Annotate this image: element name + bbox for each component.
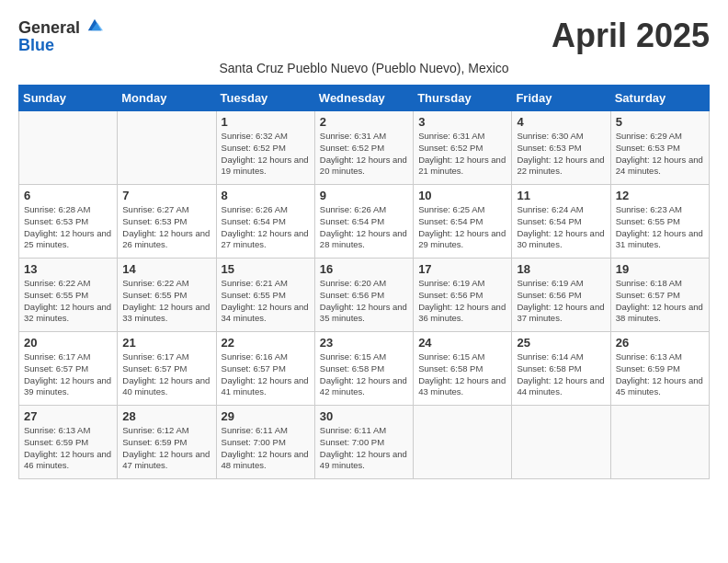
day-info: Sunrise: 6:19 AMSunset: 6:56 PMDaylight:… — [418, 278, 506, 325]
day-number: 17 — [418, 262, 506, 276]
header-wednesday: Wednesday — [314, 86, 413, 111]
day-number: 23 — [320, 336, 408, 350]
calendar-cell: 17Sunrise: 6:19 AMSunset: 6:56 PMDayligh… — [414, 259, 512, 332]
day-info: Sunrise: 6:17 AMSunset: 6:57 PMDaylight:… — [24, 351, 112, 398]
day-number: 13 — [24, 262, 112, 276]
calendar-cell: 16Sunrise: 6:20 AMSunset: 6:56 PMDayligh… — [314, 259, 413, 332]
day-number: 15 — [222, 262, 310, 276]
calendar-cell: 23Sunrise: 6:15 AMSunset: 6:58 PMDayligh… — [314, 332, 413, 406]
day-info: Sunrise: 6:29 AMSunset: 6:53 PMDaylight:… — [616, 131, 704, 178]
calendar-cell: 7Sunrise: 6:27 AMSunset: 6:53 PMDaylight… — [118, 185, 216, 259]
day-number: 4 — [517, 115, 605, 129]
day-number: 12 — [616, 189, 704, 202]
calendar-cell: 27Sunrise: 6:13 AMSunset: 6:59 PMDayligh… — [19, 406, 118, 479]
calendar-cell: 30Sunrise: 6:11 AMSunset: 7:00 PMDayligh… — [314, 406, 413, 479]
calendar-cell: 15Sunrise: 6:21 AMSunset: 6:55 PMDayligh… — [216, 259, 314, 332]
day-info: Sunrise: 6:11 AMSunset: 7:00 PMDaylight:… — [222, 425, 310, 472]
day-number: 9 — [320, 189, 408, 202]
calendar-cell: 26Sunrise: 6:13 AMSunset: 6:59 PMDayligh… — [610, 332, 709, 406]
day-info: Sunrise: 6:27 AMSunset: 6:53 PMDaylight:… — [122, 204, 210, 251]
day-number: 5 — [616, 115, 704, 129]
day-number: 30 — [320, 409, 408, 423]
day-info: Sunrise: 6:19 AMSunset: 6:56 PMDaylight:… — [517, 278, 605, 325]
day-info: Sunrise: 6:32 AMSunset: 6:52 PMDaylight:… — [222, 131, 310, 178]
logo-icon — [86, 17, 103, 33]
day-number: 24 — [418, 336, 506, 350]
calendar-cell: 13Sunrise: 6:22 AMSunset: 6:55 PMDayligh… — [19, 259, 118, 332]
day-info: Sunrise: 6:18 AMSunset: 6:57 PMDaylight:… — [616, 278, 704, 325]
day-info: Sunrise: 6:15 AMSunset: 6:58 PMDaylight:… — [418, 351, 506, 398]
day-info: Sunrise: 6:30 AMSunset: 6:53 PMDaylight:… — [517, 131, 605, 178]
day-info: Sunrise: 6:22 AMSunset: 6:55 PMDaylight:… — [122, 278, 210, 325]
month-title: April 2025 — [552, 17, 710, 55]
calendar-cell: 5Sunrise: 6:29 AMSunset: 6:53 PMDaylight… — [610, 111, 709, 185]
calendar-subtitle: Santa Cruz Pueblo Nuevo (Pueblo Nuevo), … — [18, 61, 710, 75]
day-info: Sunrise: 6:26 AMSunset: 6:54 PMDaylight:… — [320, 204, 408, 251]
day-info: Sunrise: 6:12 AMSunset: 6:59 PMDaylight:… — [122, 425, 210, 472]
day-info: Sunrise: 6:15 AMSunset: 6:58 PMDaylight:… — [320, 351, 408, 398]
day-info: Sunrise: 6:11 AMSunset: 7:00 PMDaylight:… — [320, 425, 408, 472]
calendar-cell — [414, 406, 512, 479]
calendar-cell: 28Sunrise: 6:12 AMSunset: 6:59 PMDayligh… — [118, 406, 216, 479]
day-number: 22 — [222, 336, 310, 350]
day-number: 14 — [122, 262, 210, 276]
header-sunday: Sunday — [19, 86, 118, 111]
day-number: 10 — [418, 189, 506, 202]
calendar-cell — [19, 111, 118, 185]
calendar-cell: 19Sunrise: 6:18 AMSunset: 6:57 PMDayligh… — [610, 259, 709, 332]
day-number: 7 — [122, 189, 210, 202]
header-monday: Monday — [118, 86, 216, 111]
day-number: 20 — [24, 336, 112, 350]
calendar-cell — [512, 406, 610, 479]
day-number: 11 — [517, 189, 605, 202]
day-info: Sunrise: 6:16 AMSunset: 6:57 PMDaylight:… — [222, 351, 310, 398]
calendar-cell: 21Sunrise: 6:17 AMSunset: 6:57 PMDayligh… — [118, 332, 216, 406]
day-info: Sunrise: 6:13 AMSunset: 6:59 PMDaylight:… — [24, 425, 112, 472]
day-info: Sunrise: 6:21 AMSunset: 6:55 PMDaylight:… — [222, 278, 310, 325]
day-number: 25 — [517, 336, 605, 350]
calendar-cell: 1Sunrise: 6:32 AMSunset: 6:52 PMDaylight… — [216, 111, 314, 185]
calendar-cell: 10Sunrise: 6:25 AMSunset: 6:54 PMDayligh… — [414, 185, 512, 259]
calendar-cell: 24Sunrise: 6:15 AMSunset: 6:58 PMDayligh… — [414, 332, 512, 406]
day-number: 29 — [222, 409, 310, 423]
logo-blue: Blue — [18, 36, 54, 54]
calendar-cell — [610, 406, 709, 479]
calendar-cell: 8Sunrise: 6:26 AMSunset: 6:54 PMDaylight… — [216, 185, 314, 259]
day-number: 19 — [616, 262, 704, 276]
day-info: Sunrise: 6:22 AMSunset: 6:55 PMDaylight:… — [24, 278, 112, 325]
day-info: Sunrise: 6:17 AMSunset: 6:57 PMDaylight:… — [122, 351, 210, 398]
day-info: Sunrise: 6:31 AMSunset: 6:52 PMDaylight:… — [418, 131, 506, 178]
day-number: 28 — [122, 409, 210, 423]
day-info: Sunrise: 6:14 AMSunset: 6:58 PMDaylight:… — [517, 351, 605, 398]
day-info: Sunrise: 6:24 AMSunset: 6:54 PMDaylight:… — [517, 204, 605, 251]
calendar-cell: 6Sunrise: 6:28 AMSunset: 6:53 PMDaylight… — [19, 185, 118, 259]
day-info: Sunrise: 6:26 AMSunset: 6:54 PMDaylight:… — [222, 204, 310, 251]
header-saturday: Saturday — [610, 86, 709, 111]
day-info: Sunrise: 6:31 AMSunset: 6:52 PMDaylight:… — [320, 131, 408, 178]
header-thursday: Thursday — [414, 86, 512, 111]
day-info: Sunrise: 6:28 AMSunset: 6:53 PMDaylight:… — [24, 204, 112, 251]
header-friday: Friday — [512, 86, 610, 111]
logo-general: General — [18, 18, 80, 37]
calendar-cell: 29Sunrise: 6:11 AMSunset: 7:00 PMDayligh… — [216, 406, 314, 479]
calendar-cell: 2Sunrise: 6:31 AMSunset: 6:52 PMDaylight… — [314, 111, 413, 185]
calendar-cell: 11Sunrise: 6:24 AMSunset: 6:54 PMDayligh… — [512, 185, 610, 259]
day-number: 1 — [222, 115, 310, 129]
calendar-cell: 25Sunrise: 6:14 AMSunset: 6:58 PMDayligh… — [512, 332, 610, 406]
header-tuesday: Tuesday — [216, 86, 314, 111]
logo: General Blue — [18, 17, 103, 54]
day-number: 21 — [122, 336, 210, 350]
calendar-cell: 9Sunrise: 6:26 AMSunset: 6:54 PMDaylight… — [314, 185, 413, 259]
calendar-cell: 20Sunrise: 6:17 AMSunset: 6:57 PMDayligh… — [19, 332, 118, 406]
day-number: 27 — [24, 409, 112, 423]
day-number: 8 — [222, 189, 310, 202]
calendar-cell — [118, 111, 216, 185]
calendar-cell: 14Sunrise: 6:22 AMSunset: 6:55 PMDayligh… — [118, 259, 216, 332]
calendar-table: SundayMondayTuesdayWednesdayThursdayFrid… — [18, 85, 710, 479]
calendar-cell: 3Sunrise: 6:31 AMSunset: 6:52 PMDaylight… — [414, 111, 512, 185]
day-number: 18 — [517, 262, 605, 276]
calendar-cell: 4Sunrise: 6:30 AMSunset: 6:53 PMDaylight… — [512, 111, 610, 185]
day-info: Sunrise: 6:20 AMSunset: 6:56 PMDaylight:… — [320, 278, 408, 325]
day-info: Sunrise: 6:13 AMSunset: 6:59 PMDaylight:… — [616, 351, 704, 398]
day-info: Sunrise: 6:23 AMSunset: 6:55 PMDaylight:… — [616, 204, 704, 251]
